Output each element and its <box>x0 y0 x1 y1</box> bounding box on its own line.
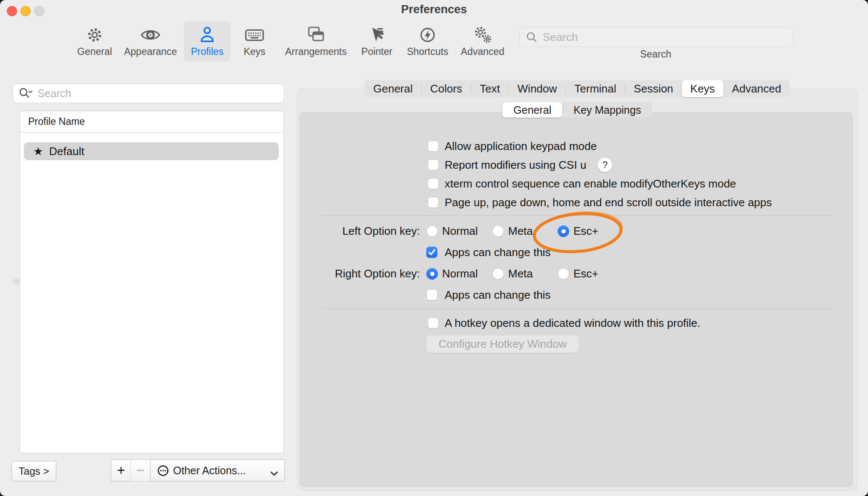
gear-icon <box>84 21 105 45</box>
checkbox-label: Report modifiers using CSI u <box>445 158 586 172</box>
radio-right-meta[interactable] <box>492 268 504 280</box>
section-divider <box>322 309 831 309</box>
other-actions-dropdown[interactable]: Other Actions... <box>150 459 285 482</box>
annotation-ellipse <box>527 208 629 258</box>
check-icon <box>428 249 436 256</box>
toolbar-item-arrangements[interactable]: Arrangements <box>282 21 350 61</box>
tab-colors[interactable]: Colors <box>422 80 471 97</box>
checkbox-keypad-mode[interactable] <box>428 141 439 152</box>
toolbar-label: Keys <box>243 46 265 58</box>
profile-list-panel <box>20 111 284 453</box>
radio-left-meta[interactable] <box>492 225 504 237</box>
eye-icon <box>140 21 161 45</box>
keys-subtabbar: General Key Mappings <box>297 102 857 118</box>
add-profile-button[interactable]: + <box>111 459 131 482</box>
search-icon <box>526 31 538 43</box>
window-title: Preferences <box>0 3 868 16</box>
radio-label: Meta <box>508 267 533 280</box>
help-button[interactable]: ? <box>598 158 612 172</box>
ellipsis-circle-icon <box>157 465 169 476</box>
toolbar-item-keys[interactable]: Keys <box>235 21 274 61</box>
profile-search-input[interactable] <box>37 87 269 100</box>
tab-advanced[interactable]: Advanced <box>723 80 790 97</box>
radio-label: Normal <box>442 224 478 238</box>
profile-name: Default <box>49 145 84 158</box>
toolbar-label: Appearance <box>124 46 177 58</box>
checkbox-modifyotherkeys[interactable] <box>428 178 439 189</box>
checkbox-scroll-outside-apps[interactable] <box>428 197 439 208</box>
toolbar-label: Shortcuts <box>407 46 448 58</box>
tab-window[interactable]: Window <box>509 80 565 97</box>
radio-right-normal[interactable] <box>426 268 438 280</box>
toolbar-item-pointer[interactable]: Pointer <box>356 21 398 61</box>
radio-right-esc[interactable] <box>558 268 569 280</box>
toolbar-search-field[interactable] <box>519 27 793 47</box>
windows-icon <box>306 21 326 45</box>
tab-general[interactable]: General <box>365 80 421 97</box>
tab-text[interactable]: Text <box>471 80 509 97</box>
toolbar-item-profiles[interactable]: Profiles <box>184 21 231 61</box>
configure-hotkey-window-button[interactable]: Configure Hotkey Window <box>426 335 579 353</box>
left-option-key-label: Left Option key: <box>298 224 420 238</box>
person-icon <box>197 21 217 45</box>
toolbar-label: General <box>77 46 112 58</box>
toolbar-item-shortcuts[interactable]: Shortcuts <box>402 21 453 61</box>
other-actions-label: Other Actions... <box>173 464 246 477</box>
tab-terminal[interactable]: Terminal <box>566 80 625 97</box>
toolbar-search-label: Search <box>519 49 792 60</box>
tab-keys[interactable]: Keys <box>682 80 723 97</box>
tags-button[interactable]: Tags > <box>12 461 56 482</box>
toolbar-label: Profiles <box>191 46 224 58</box>
profile-tabbar: General Colors Text Window Terminal Sess… <box>297 80 857 97</box>
cursor-icon <box>367 21 387 45</box>
radio-label: Normal <box>442 267 478 280</box>
checkbox-hotkey-window[interactable] <box>428 317 439 329</box>
checkbox-right-apps-can-change[interactable] <box>426 289 437 300</box>
toolbar-label: Pointer <box>362 46 393 58</box>
subtab-key-mappings[interactable]: Key Mappings <box>562 102 652 118</box>
profile-search-field[interactable] <box>13 84 284 103</box>
checkbox-csi-u[interactable] <box>428 159 439 170</box>
lightning-icon <box>417 21 438 45</box>
checkbox-label: Allow application keypad mode <box>445 139 597 153</box>
toolbar-search-input[interactable] <box>542 30 782 44</box>
star-icon: ★ <box>33 145 43 158</box>
toolbar-item-advanced[interactable]: Advanced <box>457 21 508 61</box>
tab-session[interactable]: Session <box>625 80 682 97</box>
checkbox-label: xterm control sequence can enable modify… <box>445 177 736 190</box>
splitter-dot <box>13 278 20 285</box>
toolbar-label: Advanced <box>461 46 504 58</box>
list-header-divider <box>20 132 284 133</box>
toolbar-item-appearance[interactable]: Appearance <box>123 21 178 61</box>
checkbox-left-apps-can-change[interactable] <box>426 247 437 258</box>
radio-left-normal[interactable] <box>426 225 438 237</box>
chevron-down-icon <box>270 467 278 479</box>
profile-list-header: Profile Name <box>28 116 85 127</box>
radio-label: Esc+ <box>573 267 599 280</box>
right-option-key-label: Right Option key: <box>298 267 420 280</box>
toolbar-item-general[interactable]: General <box>73 21 116 61</box>
preferences-window: Preferences General Appearance Profiles <box>0 0 868 496</box>
keyboard-icon <box>244 21 265 45</box>
checkbox-label: Apps can change this <box>445 288 551 302</box>
remove-profile-button[interactable]: − <box>130 459 150 482</box>
gears-icon <box>472 21 493 45</box>
toolbar-label: Arrangements <box>285 46 347 58</box>
search-menu-icon <box>19 87 32 99</box>
checkbox-label: A hotkey opens a dedicated window with t… <box>445 316 700 330</box>
subtab-general[interactable]: General <box>502 102 562 118</box>
profile-row-default[interactable]: ★ Default <box>24 142 279 160</box>
